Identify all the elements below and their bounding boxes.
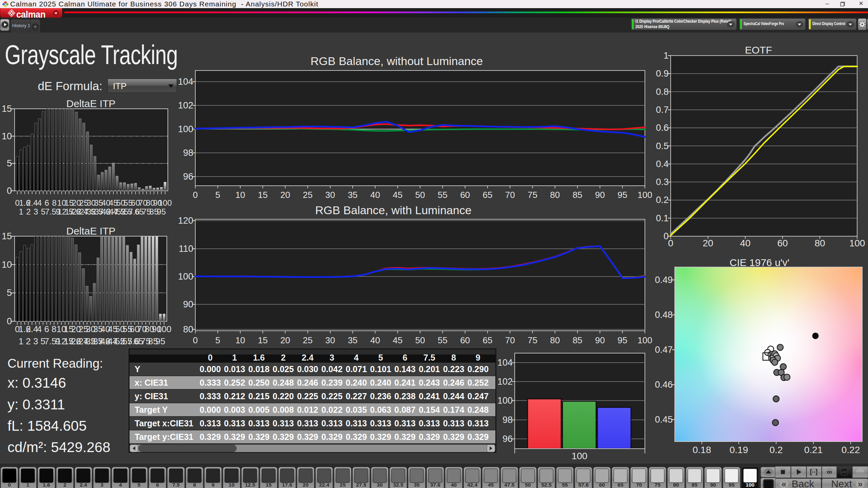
svg-text:15: 15 [2, 231, 12, 241]
svg-text:0.238: 0.238 [394, 391, 416, 401]
svg-text:0: 0 [7, 316, 12, 326]
svg-text:5: 5 [215, 335, 220, 345]
svg-text:80: 80 [814, 238, 825, 248]
svg-text:15: 15 [266, 482, 272, 488]
svg-text:6: 6 [45, 198, 49, 207]
svg-text:42.4: 42.4 [467, 482, 478, 488]
svg-text:0.012: 0.012 [297, 405, 318, 414]
svg-text:0.252: 0.252 [468, 378, 489, 387]
svg-text:0.000: 0.000 [200, 405, 221, 414]
svg-text:6: 6 [44, 324, 49, 334]
svg-text:20: 20 [280, 190, 290, 200]
svg-text:30: 30 [325, 335, 335, 345]
svg-text:12.5: 12.5 [245, 482, 255, 488]
svg-text:75: 75 [528, 190, 537, 200]
svg-text:102: 102 [497, 377, 513, 387]
svg-text:»: » [858, 479, 863, 488]
svg-text:0.329: 0.329 [297, 432, 318, 442]
svg-text:70: 70 [505, 190, 515, 200]
svg-text:10: 10 [235, 335, 245, 345]
svg-text:98: 98 [502, 415, 513, 425]
svg-text:65: 65 [482, 190, 492, 200]
svg-text:52.5: 52.5 [541, 482, 552, 488]
svg-text:15: 15 [258, 190, 268, 200]
svg-text:RGB Balance, without Luminance: RGB Balance, without Luminance [311, 55, 483, 67]
svg-text:10: 10 [229, 482, 234, 488]
svg-text:4: 4 [37, 324, 42, 334]
svg-text:0.071: 0.071 [346, 364, 367, 374]
svg-text:2: 2 [26, 336, 31, 346]
svg-text:0.236: 0.236 [370, 391, 391, 401]
svg-text:0.329: 0.329 [346, 432, 367, 442]
svg-text:95: 95 [156, 336, 165, 346]
svg-text:0.223: 0.223 [443, 364, 465, 374]
svg-text:0.46: 0.46 [655, 380, 673, 390]
svg-text:0.005: 0.005 [248, 405, 270, 414]
svg-text:0.313: 0.313 [321, 419, 343, 428]
svg-text:17.6: 17.6 [282, 482, 293, 488]
svg-text:25: 25 [303, 190, 313, 200]
svg-text:20: 20 [703, 238, 713, 248]
svg-text:0.035: 0.035 [346, 405, 367, 414]
svg-text:50: 50 [415, 335, 425, 345]
svg-text:2.4: 2.4 [302, 353, 314, 362]
svg-text:3: 3 [34, 207, 38, 216]
svg-text:0.313: 0.313 [443, 419, 465, 428]
svg-text:0.313: 0.313 [394, 419, 416, 428]
svg-text:2: 2 [26, 207, 31, 216]
svg-text:120: 120 [178, 216, 193, 226]
svg-text:50: 50 [415, 190, 425, 200]
svg-text:0.18: 0.18 [693, 445, 711, 455]
svg-text:95: 95 [157, 207, 166, 216]
svg-text:8: 8 [52, 198, 56, 207]
svg-text:80: 80 [550, 190, 560, 200]
svg-text:5: 5 [7, 158, 12, 168]
svg-text:0.2: 0.2 [770, 445, 783, 455]
svg-text:1: 1 [664, 50, 669, 61]
svg-text:0: 0 [7, 186, 12, 196]
svg-text:4: 4 [119, 482, 122, 488]
svg-text:30: 30 [377, 482, 382, 488]
svg-text:20: 20 [303, 482, 309, 488]
svg-text:0.290: 0.290 [468, 364, 489, 374]
svg-text:CIE 1976 u'v': CIE 1976 u'v' [730, 257, 790, 268]
svg-text:100: 100 [178, 124, 193, 134]
svg-text:1: 1 [19, 336, 23, 346]
svg-text:0.042: 0.042 [321, 364, 343, 374]
svg-text:0.025: 0.025 [273, 364, 294, 374]
svg-text:6: 6 [156, 482, 159, 488]
svg-text:50: 50 [525, 482, 531, 488]
svg-text:3: 3 [330, 353, 334, 362]
svg-text:7.5: 7.5 [44, 336, 56, 346]
svg-text:1: 1 [232, 353, 237, 362]
svg-text:0.313: 0.313 [224, 419, 245, 428]
svg-text:47.5: 47.5 [504, 482, 515, 488]
svg-text:0: 0 [208, 353, 213, 362]
svg-text:0.022: 0.022 [321, 405, 343, 414]
svg-text:0.154: 0.154 [419, 405, 440, 414]
svg-text:0: 0 [668, 238, 673, 248]
svg-text:30: 30 [325, 190, 335, 200]
svg-text:0.329: 0.329 [394, 432, 416, 442]
svg-text:0.313: 0.313 [297, 419, 318, 428]
svg-text:0.313: 0.313 [248, 419, 270, 428]
svg-text:0.1: 0.1 [656, 213, 669, 223]
svg-text:0.313: 0.313 [200, 419, 221, 428]
svg-text:40: 40 [370, 335, 380, 345]
svg-text:RGB Balance, with Luminance: RGB Balance, with Luminance [315, 204, 471, 217]
svg-text:22.4: 22.4 [319, 482, 330, 488]
svg-text:4: 4 [354, 353, 359, 362]
svg-text:0.248: 0.248 [468, 405, 489, 414]
svg-text:0.239: 0.239 [321, 378, 343, 387]
svg-text:0.333: 0.333 [200, 391, 221, 401]
svg-text:90: 90 [595, 190, 605, 200]
svg-text:0.030: 0.030 [297, 364, 318, 374]
svg-text:0.246: 0.246 [297, 378, 318, 387]
svg-text:60: 60 [777, 238, 788, 248]
svg-text:0.013: 0.013 [224, 364, 245, 374]
svg-text:100: 100 [178, 271, 193, 282]
svg-text:110: 110 [179, 244, 193, 254]
svg-text:y: CIE31: y: CIE31 [135, 391, 168, 401]
svg-text:98: 98 [183, 148, 193, 158]
svg-text:9: 9 [476, 353, 480, 362]
